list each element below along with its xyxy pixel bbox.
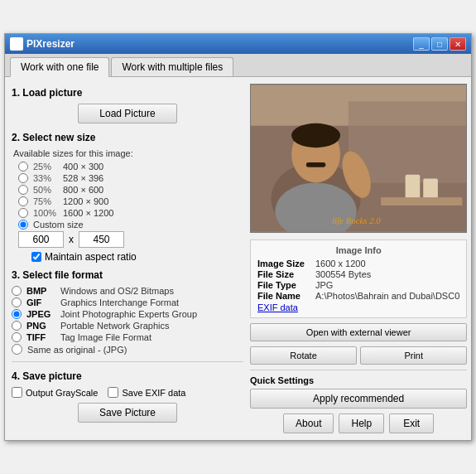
- format-name-png: PNG: [26, 321, 55, 331]
- size-dims-100: 1600 × 1200: [63, 208, 113, 218]
- custom-size-inputs: x: [18, 231, 243, 248]
- format-radio-tiff[interactable]: [12, 332, 22, 342]
- window-controls: _ □ ✕: [413, 37, 466, 51]
- info-value-filesize: 300554 Bytes: [315, 269, 371, 279]
- format-name-gif: GIF: [26, 297, 55, 307]
- save-options: Output GrayScale Save EXIF data: [12, 387, 243, 398]
- tab-single-file[interactable]: Work with one file: [10, 57, 109, 77]
- format-radio-bmp[interactable]: [12, 286, 22, 296]
- info-row-filetype: File Type JPG: [257, 280, 459, 290]
- rotate-button[interactable]: Rotate: [250, 346, 357, 365]
- tab-bar: Work with one file Work with multiple fi…: [5, 54, 471, 77]
- svg-rect-10: [423, 179, 438, 200]
- grayscale-option: Output GrayScale: [12, 387, 98, 398]
- tab-multiple-files[interactable]: Work with multiple files: [111, 57, 233, 76]
- custom-size-separator: x: [69, 234, 74, 245]
- maintain-aspect-label: Maintain aspect ratio: [45, 251, 137, 263]
- svg-text:life Rocks 2.0: life Rocks 2.0: [332, 215, 381, 225]
- help-button[interactable]: Help: [339, 414, 384, 433]
- size-radio-custom[interactable]: [18, 220, 28, 230]
- size-row-50: 50% 800 × 600: [18, 185, 243, 195]
- custom-size-label: Custom size: [33, 220, 84, 230]
- custom-height-input[interactable]: [79, 231, 124, 248]
- open-viewer-button[interactable]: Open with external viewer: [250, 323, 467, 341]
- format-row-gif: GIF Graphics Interchange Format: [12, 297, 243, 307]
- info-label-filesize: File Size: [257, 269, 315, 279]
- size-section-title: 2. Select new size: [12, 132, 243, 143]
- load-section: 1. Load picture Load Picture: [12, 87, 243, 123]
- save-exif-checkbox[interactable]: [108, 387, 118, 398]
- exif-option: Save EXIF data: [108, 387, 185, 398]
- image-info-title: Image Info: [257, 245, 459, 255]
- save-exif-label: Save EXIF data: [122, 388, 185, 398]
- format-desc-jpeg: Joint Photographic Experts Group: [60, 309, 197, 319]
- apply-recommended-button[interactable]: Apply recommended: [250, 389, 467, 409]
- load-picture-button[interactable]: Load Picture: [78, 104, 177, 123]
- grayscale-label: Output GrayScale: [26, 388, 98, 398]
- size-row-75: 75% 1200 × 900: [18, 196, 243, 206]
- same-original-row: Same as original - (JPG): [12, 344, 243, 355]
- maximize-button[interactable]: □: [431, 37, 448, 51]
- size-presets: 25% 400 × 300 33% 528 × 396 50% 800 × 60…: [18, 162, 243, 230]
- format-radio-gif[interactable]: [12, 297, 22, 307]
- svg-rect-11: [381, 197, 462, 206]
- format-name-jpeg: JPEG: [26, 309, 55, 319]
- size-percent-25: 25%: [33, 162, 58, 172]
- info-label-filename: File Name: [257, 291, 315, 301]
- action-buttons: Open with external viewer: [250, 323, 467, 341]
- format-radio-jpeg[interactable]: [12, 309, 22, 319]
- format-radio-png[interactable]: [12, 321, 22, 331]
- right-panel: life Rocks 2.0 Image Info Image Size 160…: [250, 84, 467, 433]
- save-picture-button[interactable]: Save Picture: [78, 403, 177, 423]
- info-value-size: 1600 x 1200: [315, 259, 366, 268]
- format-desc-tiff: Tag Image File Format: [60, 332, 151, 342]
- main-window: 🖼 PIXresizer _ □ ✕ Work with one file Wo…: [4, 33, 472, 441]
- size-dims-25: 400 × 300: [63, 162, 103, 172]
- format-section-title: 3. Select file format: [12, 269, 243, 281]
- info-value-filename: A:\Photos\Bahrain and Dubai\DSC0: [315, 291, 459, 301]
- format-radio-original[interactable]: [12, 344, 22, 355]
- info-label-size: Image Size: [257, 259, 315, 268]
- left-panel: 1. Load picture Load Picture 2. Select n…: [12, 84, 243, 433]
- about-button[interactable]: About: [283, 414, 334, 433]
- format-desc-gif: Graphics Interchange Format: [60, 297, 179, 307]
- titlebar-left: 🖼 PIXresizer: [10, 37, 75, 51]
- size-radio-33[interactable]: [18, 173, 28, 183]
- size-radio-75[interactable]: [18, 196, 28, 206]
- load-section-title: 1. Load picture: [12, 87, 243, 99]
- size-radio-100[interactable]: [18, 208, 28, 218]
- preview-image: life Rocks 2.0: [251, 85, 466, 232]
- format-row-png: PNG Portable Network Graphics: [12, 321, 243, 331]
- info-row-filesize: File Size 300554 Bytes: [257, 269, 459, 279]
- info-value-filetype: JPG: [315, 280, 333, 290]
- main-content: 1. Load picture Load Picture 2. Select n…: [5, 77, 471, 440]
- exit-button[interactable]: Exit: [389, 414, 434, 433]
- grayscale-checkbox[interactable]: [12, 387, 22, 398]
- image-info-box: Image Info Image Size 1600 x 1200 File S…: [250, 239, 467, 318]
- info-label-filetype: File Type: [257, 280, 315, 290]
- minimize-button[interactable]: _: [413, 37, 430, 51]
- custom-width-input[interactable]: [18, 231, 64, 248]
- exif-link[interactable]: EXIF data: [257, 302, 459, 312]
- quick-settings: Quick Settings Apply recommended: [250, 370, 467, 414]
- quick-settings-title: Quick Settings: [250, 375, 467, 385]
- size-row-33: 33% 528 × 396: [18, 173, 243, 183]
- maintain-aspect-checkbox[interactable]: [31, 252, 41, 262]
- size-radio-50[interactable]: [18, 185, 28, 195]
- action-buttons-2: Rotate Print: [250, 346, 467, 365]
- size-dims-50: 800 × 600: [63, 185, 103, 195]
- info-row-filename: File Name A:\Photos\Bahrain and Dubai\DS…: [257, 291, 459, 301]
- format-same-original-label: Same as original - (JPG): [27, 345, 127, 355]
- app-icon: 🖼: [10, 37, 23, 51]
- format-section: 3. Select file format BMP Windows and OS…: [12, 269, 243, 355]
- image-preview: life Rocks 2.0: [250, 84, 467, 233]
- window-title: PIXresizer: [26, 38, 75, 50]
- save-section: 4. Save picture Output GrayScale Save EX…: [12, 361, 243, 423]
- close-button[interactable]: ✕: [450, 37, 466, 51]
- print-button[interactable]: Print: [360, 346, 467, 365]
- format-name-tiff: TIFF: [26, 332, 55, 342]
- size-dims-75: 1200 × 900: [63, 196, 108, 206]
- svg-rect-7: [306, 162, 326, 167]
- size-radio-25[interactable]: [18, 162, 28, 172]
- format-desc-bmp: Windows and OS/2 Bitmaps: [60, 286, 174, 296]
